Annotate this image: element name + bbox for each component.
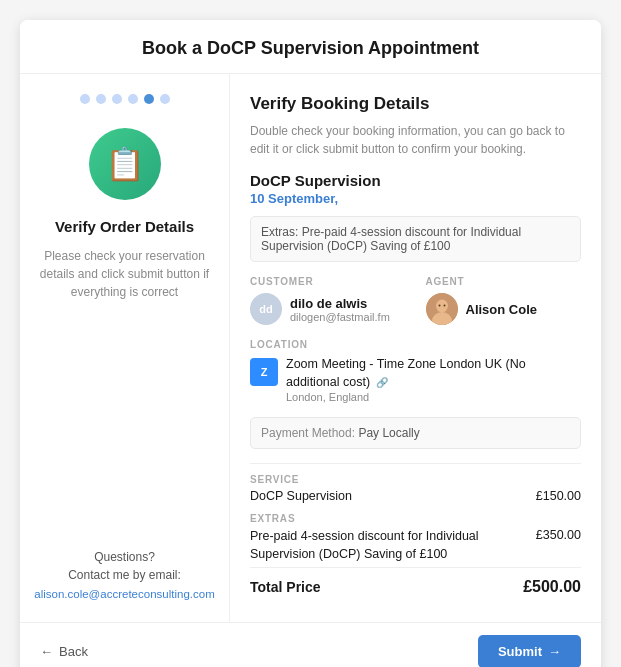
verify-booking-title: Verify Booking Details <box>250 94 581 114</box>
order-icon: 📋 <box>89 128 161 200</box>
contact-email-link[interactable]: alison.cole@accreteconsulting.com <box>34 588 214 600</box>
zoom-icon: Z <box>250 358 278 386</box>
main-content: 📋 Verify Order Details Please check your… <box>20 73 601 622</box>
service-date: 10 September, <box>250 191 581 206</box>
agent-avatar <box>426 293 458 325</box>
service-billing-row: SERVICE DoCP Supervision £150.00 <box>250 474 581 503</box>
location-section-label: LOCATION <box>250 339 581 350</box>
left-panel-description: Please check your reservation details an… <box>36 247 213 301</box>
customer-agent-row: CUSTOMER dd dilo de alwis dilogen@fastma… <box>250 276 581 325</box>
dot-1 <box>80 94 90 104</box>
total-label: Total Price <box>250 579 321 595</box>
page-container: Book a DoCP Supervision Appointment 📋 Ve… <box>20 20 601 667</box>
total-row: Total Price £500.00 <box>250 567 581 596</box>
location-name: Zoom Meeting - Time Zone London UK (No a… <box>286 356 581 391</box>
right-panel: Verify Booking Details Double check your… <box>230 74 601 622</box>
extras-note-box: Extras: Pre-paid 4-session discount for … <box>250 216 581 262</box>
svg-point-1 <box>436 300 448 313</box>
customer-email: dilogen@fastmail.fm <box>290 311 390 323</box>
dot-5-active <box>144 94 154 104</box>
service-billing-label: SERVICE <box>250 474 581 485</box>
customer-avatar: dd <box>250 293 282 325</box>
back-button[interactable]: ← Back <box>40 644 88 659</box>
questions-section: Questions? Contact me by email: alison.c… <box>34 550 214 602</box>
extras-billing-label: EXTRAS <box>250 513 581 524</box>
dot-4 <box>128 94 138 104</box>
customer-block: CUSTOMER dd dilo de alwis dilogen@fastma… <box>250 276 406 325</box>
dot-2 <box>96 94 106 104</box>
left-panel-title: Verify Order Details <box>55 218 194 235</box>
bottom-navigation: ← Back Submit → <box>20 622 601 667</box>
agent-label: AGENT <box>426 276 582 287</box>
service-item-name: DoCP Supervision <box>250 489 526 503</box>
left-panel: 📋 Verify Order Details Please check your… <box>20 74 230 622</box>
customer-person: dd dilo de alwis dilogen@fastmail.fm <box>250 293 406 325</box>
customer-label: CUSTOMER <box>250 276 406 287</box>
extras-billing-line: Pre-paid 4-session discount for Individu… <box>250 528 581 563</box>
contact-label: Contact me by email: <box>34 568 214 582</box>
stepper-dots <box>80 94 170 104</box>
service-name: DoCP Supervision <box>250 172 581 189</box>
service-item-price: £150.00 <box>536 489 581 503</box>
submit-button[interactable]: Submit → <box>478 635 581 667</box>
agent-block: AGENT Alison Cole <box>426 276 582 325</box>
dot-6 <box>160 94 170 104</box>
location-row: Z Zoom Meeting - Time Zone London UK (No… <box>250 356 581 403</box>
external-link-icon: 🔗 <box>376 377 388 388</box>
submit-arrow-icon: → <box>548 644 561 659</box>
extras-item-name: Pre-paid 4-session discount for Individu… <box>250 528 526 563</box>
svg-point-4 <box>443 305 445 307</box>
questions-label: Questions? <box>34 550 214 564</box>
dot-3 <box>112 94 122 104</box>
payment-method-label: Payment Method: <box>261 426 355 440</box>
extras-box-text: Extras: Pre-paid 4-session discount for … <box>261 225 521 253</box>
service-billing-line: DoCP Supervision £150.00 <box>250 489 581 503</box>
page-title: Book a DoCP Supervision Appointment <box>20 20 601 73</box>
payment-box: Payment Method: Pay Locally <box>250 417 581 449</box>
agent-name: Alison Cole <box>466 302 538 317</box>
extras-item-price: £350.00 <box>536 528 581 542</box>
payment-method-value: Pay Locally <box>358 426 419 440</box>
total-price: £500.00 <box>523 578 581 596</box>
verify-description: Double check your booking information, y… <box>250 122 581 158</box>
billing-section: SERVICE DoCP Supervision £150.00 EXTRAS … <box>250 463 581 596</box>
customer-name: dilo de alwis <box>290 296 390 311</box>
back-button-label: Back <box>59 644 88 659</box>
back-arrow-icon: ← <box>40 644 53 659</box>
agent-person: Alison Cole <box>426 293 582 325</box>
submit-button-label: Submit <box>498 644 542 659</box>
svg-point-3 <box>438 305 440 307</box>
location-city: London, England <box>286 391 581 403</box>
